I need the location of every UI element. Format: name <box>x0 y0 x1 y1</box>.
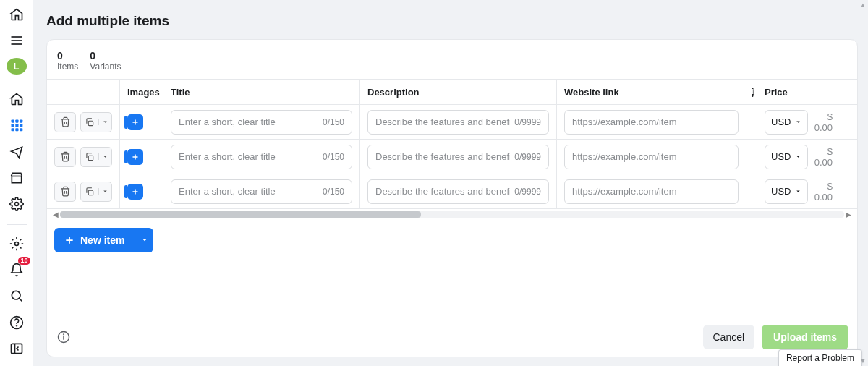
price-value: $ 0.00 <box>812 111 833 133</box>
nav-settings-icon[interactable] <box>6 195 27 213</box>
svg-point-12 <box>14 203 18 206</box>
nav-help-icon[interactable] <box>6 314 27 331</box>
website-input-wrap <box>564 110 739 135</box>
col-title: Title <box>163 80 359 104</box>
items-card: 0 Items 0 Variants Images Title Descript… <box>46 39 858 357</box>
currency-select[interactable]: USD <box>765 179 808 204</box>
nav-home-top-icon[interactable] <box>6 6 27 23</box>
col-website: Website link <box>556 80 746 104</box>
chevron-down-icon <box>98 188 111 195</box>
svg-rect-11 <box>20 129 22 132</box>
counter-variants: 0 Variants <box>90 50 121 72</box>
nav-shop-icon[interactable] <box>6 169 27 187</box>
nav-catalog-icon[interactable] <box>6 116 27 134</box>
description-char-counter: 0/9999 <box>514 187 541 197</box>
svg-rect-7 <box>15 124 18 127</box>
title-input[interactable] <box>179 116 318 127</box>
description-input[interactable] <box>375 186 510 197</box>
svg-point-17 <box>16 325 17 325</box>
page-title: Add multiple items <box>46 13 858 29</box>
hscroll-right-icon[interactable]: ▶ <box>844 210 853 218</box>
duplicate-row-button[interactable] <box>80 112 112 132</box>
title-char-counter: 0/150 <box>323 117 344 127</box>
svg-rect-10 <box>15 129 18 132</box>
svg-rect-26 <box>88 190 93 195</box>
copy-icon <box>81 152 98 162</box>
counters-row: 0 Items 0 Variants <box>47 40 857 79</box>
card-footer: Cancel Upload items <box>47 318 857 357</box>
title-input-wrap: 0/150 <box>171 179 352 204</box>
currency-value: USD <box>771 151 791 162</box>
title-input-wrap: 0/150 <box>171 145 352 169</box>
add-image-button[interactable] <box>127 184 143 200</box>
main-area: Add multiple items 0 Items 0 Variants Im… <box>33 0 868 366</box>
nav-promote-icon[interactable] <box>6 142 27 160</box>
notifications-badge: 10 <box>18 257 30 265</box>
delete-row-button[interactable] <box>54 147 76 167</box>
nav-avatar[interactable]: L <box>7 58 27 75</box>
below-table-toolbar: New item <box>47 219 857 252</box>
vscroll-up-icon[interactable]: ▲ <box>860 1 867 9</box>
upload-items-button[interactable]: Upload items <box>762 325 848 349</box>
chevron-down-icon <box>795 119 801 125</box>
description-char-counter: 0/9999 <box>514 117 541 127</box>
svg-rect-6 <box>11 124 14 127</box>
description-char-counter: 0/9999 <box>514 152 541 162</box>
vscroll-down-icon[interactable]: ▼ <box>860 357 867 365</box>
duplicate-row-button[interactable] <box>80 182 112 202</box>
table-hscroll[interactable]: ◀ ▶ <box>47 209 857 219</box>
table-row: 0/150 0/9999 USD $ 0.00 <box>47 105 857 140</box>
nav-gear-bottom-icon[interactable] <box>6 235 27 252</box>
new-item-button-group: New item <box>54 228 153 252</box>
website-input[interactable] <box>572 116 731 127</box>
website-input[interactable] <box>572 186 731 197</box>
nav-search-icon[interactable] <box>6 287 27 305</box>
page-vscroll[interactable]: ▲ ▼ <box>858 0 868 366</box>
title-input[interactable] <box>179 151 318 162</box>
svg-point-13 <box>14 242 18 246</box>
svg-rect-9 <box>11 129 14 132</box>
footer-info-icon[interactable] <box>56 329 72 345</box>
col-description: Description <box>359 80 556 104</box>
new-item-button[interactable]: New item <box>54 234 135 246</box>
delete-row-button[interactable] <box>54 182 76 202</box>
svg-rect-8 <box>20 124 22 127</box>
title-input[interactable] <box>179 186 318 197</box>
copy-icon <box>81 117 98 127</box>
title-input-wrap: 0/150 <box>171 110 352 135</box>
currency-select[interactable]: USD <box>765 110 808 135</box>
currency-value: USD <box>771 186 791 197</box>
counter-variants-value: 0 <box>90 50 121 61</box>
add-image-button[interactable] <box>127 149 143 165</box>
website-input[interactable] <box>572 151 731 162</box>
duplicate-row-button[interactable] <box>80 147 112 167</box>
svg-rect-4 <box>15 120 18 123</box>
description-input[interactable] <box>375 116 510 127</box>
currency-select[interactable]: USD <box>765 145 808 169</box>
chevron-down-icon <box>795 188 801 195</box>
side-nav: L 10 <box>0 0 33 366</box>
table-header: Images Title Description Website link i … <box>47 79 857 105</box>
cancel-button[interactable]: Cancel <box>703 325 755 349</box>
svg-point-33 <box>64 334 64 335</box>
svg-rect-23 <box>88 156 93 160</box>
nav-home-icon[interactable] <box>6 90 27 108</box>
nav-collapse-icon[interactable] <box>6 340 27 357</box>
hscroll-track[interactable] <box>60 211 844 218</box>
new-item-dropdown[interactable] <box>135 228 153 252</box>
currency-value: USD <box>771 116 791 127</box>
description-input[interactable] <box>375 151 510 162</box>
counter-items-label: Items <box>57 61 78 72</box>
report-problem-button[interactable]: Report a Problem <box>778 349 862 366</box>
chevron-down-icon <box>795 153 801 160</box>
description-input-wrap: 0/9999 <box>367 110 549 135</box>
hscroll-thumb[interactable] <box>60 211 421 218</box>
add-image-button[interactable] <box>127 114 143 130</box>
svg-rect-5 <box>20 120 22 123</box>
chevron-down-icon <box>98 119 111 125</box>
nav-notifications-icon[interactable]: 10 <box>6 261 27 278</box>
col-images: Images <box>119 80 163 104</box>
hscroll-left-icon[interactable]: ◀ <box>51 210 60 218</box>
delete-row-button[interactable] <box>54 112 76 132</box>
nav-menu-icon[interactable] <box>6 32 27 49</box>
